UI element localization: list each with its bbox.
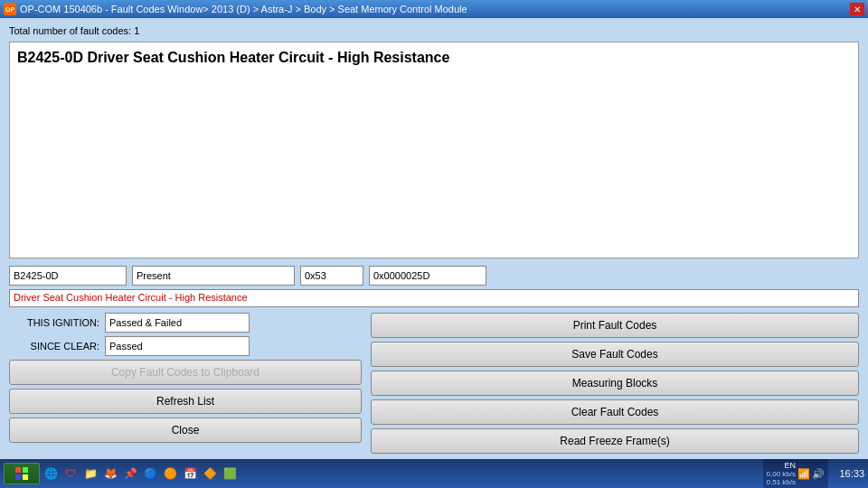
fault-count-bar: Total number of fault codes: 1 <box>9 23 859 38</box>
app-icon: OP <box>4 3 16 15</box>
main-content: Total number of fault codes: 1 B2425-0D … <box>0 18 868 459</box>
read-freeze-frame-button[interactable]: Read Freeze Frame(s) <box>371 428 859 454</box>
taskbar-icon-orange[interactable]: 🟠 <box>161 465 179 483</box>
fault-display-area: B2425-0D Driver Seat Cushion Heater Circ… <box>9 42 859 258</box>
sys-tray: EN 0,00 kb/s 0,51 kb/s 📶 🔊 <box>763 459 828 488</box>
network-down: 0,51 kb/s <box>767 478 796 486</box>
fault-count-label: Total number of fault codes: <box>9 25 131 36</box>
svg-rect-0 <box>15 467 21 473</box>
start-button[interactable] <box>4 463 40 484</box>
copy-fault-codes-button[interactable]: Copy Fault Codes to Clipboard <box>9 360 362 385</box>
fault-count-value: 1 <box>134 25 139 36</box>
network-info: EN 0,00 kb/s 0,51 kb/s <box>767 461 796 486</box>
save-fault-codes-button[interactable]: Save Fault Codes <box>371 342 859 367</box>
fault-code-field[interactable] <box>9 266 127 286</box>
title-bar-left: OP OP-COM 150406b - Fault Codes Window> … <box>4 3 467 15</box>
print-fault-codes-button[interactable]: Print Fault Codes <box>371 313 859 338</box>
ignition-this-value[interactable] <box>105 313 250 333</box>
taskbar-icon-diamond[interactable]: 🔶 <box>201 465 219 483</box>
ignition-since-row: SINCE CLEAR: <box>9 336 362 356</box>
fault-status-field[interactable] <box>132 266 295 286</box>
signal-icon: 📶 <box>797 468 810 480</box>
fault-hex2-field[interactable] <box>369 266 486 286</box>
network-up: 0,00 kb/s <box>767 470 796 478</box>
ignition-this-row: THIS IGNITION: <box>9 313 362 333</box>
fault-title: B2425-0D Driver Seat Cushion Heater Circ… <box>17 50 851 66</box>
title-bar: OP OP-COM 150406b - Fault Codes Window> … <box>0 0 868 18</box>
taskbar-icon-green[interactable]: 🟩 <box>221 465 239 483</box>
taskbar-right: EN 0,00 kb/s 0,51 kb/s 📶 🔊 16:33 <box>763 459 864 488</box>
right-buttons-container: Print Fault Codes Save Fault Codes Measu… <box>371 313 859 454</box>
taskbar-icon-calendar[interactable]: 📅 <box>181 465 199 483</box>
clock: 16:33 <box>832 468 864 479</box>
description-row: Driver Seat Cushion Heater Circuit - Hig… <box>9 289 859 307</box>
taskbar-icon-shield[interactable]: 🛡 <box>61 465 80 483</box>
fields-row <box>9 266 859 286</box>
svg-rect-3 <box>23 474 28 480</box>
ignition-this-label: THIS IGNITION: <box>9 317 99 328</box>
measuring-blocks-button[interactable]: Measuring Blocks <box>371 371 859 396</box>
svg-rect-2 <box>15 474 21 480</box>
taskbar-icon-folder[interactable]: 📁 <box>81 465 99 483</box>
window-close-button[interactable]: ✕ <box>850 3 864 15</box>
clear-fault-codes-button[interactable]: Clear Fault Codes <box>371 399 859 425</box>
ignition-since-value[interactable] <box>105 336 250 356</box>
refresh-list-button[interactable]: Refresh List <box>9 389 362 414</box>
close-button[interactable]: Close <box>9 418 362 443</box>
taskbar-icon-ie[interactable]: 🌐 <box>42 465 60 483</box>
taskbar-icon-blue[interactable]: 🔵 <box>141 465 159 483</box>
ignition-since-label: SINCE CLEAR: <box>9 341 99 352</box>
taskbar-icon-pin[interactable]: 📌 <box>121 465 139 483</box>
taskbar: 🌐 🛡 📁 🦊 📌 🔵 🟠 📅 🔶 🟩 EN 0,00 kb/s 0,51 kb… <box>0 459 868 488</box>
fault-hex1-field[interactable] <box>300 266 363 286</box>
volume-icon[interactable]: 🔊 <box>812 468 825 480</box>
title-text: OP-COM 150406b - Fault Codes Window> 201… <box>20 4 467 14</box>
svg-rect-1 <box>23 467 28 473</box>
taskbar-icon-firefox[interactable]: 🦊 <box>101 465 119 483</box>
